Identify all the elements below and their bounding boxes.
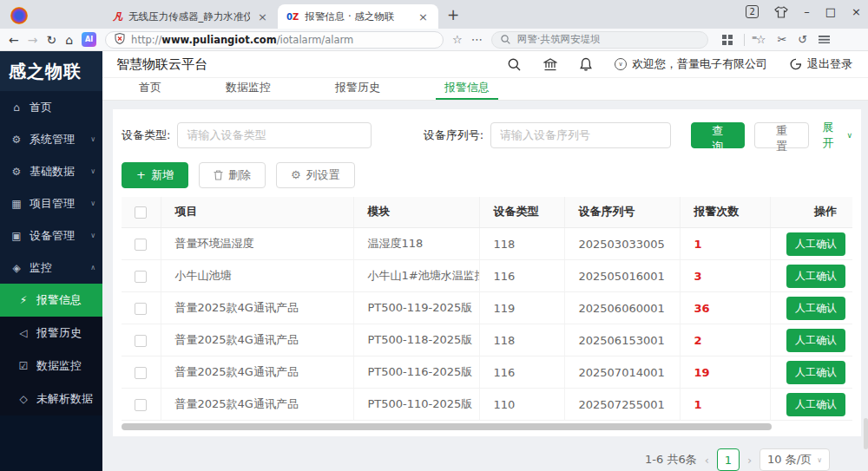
search-button[interactable]: 查 询 (691, 122, 745, 148)
logout-button[interactable]: 退出登录 (790, 56, 852, 72)
downloads-badge[interactable]: 2 (746, 5, 759, 18)
apps-grid-icon[interactable] (722, 35, 733, 45)
page-size-select[interactable]: 10 条/页 ∨ (760, 448, 830, 471)
vertical-scrollbar-thumb[interactable] (864, 418, 868, 449)
speaker-icon: ◁ (17, 327, 30, 339)
col-alarm-count: 报警次数 (680, 197, 770, 228)
gear-icon: ⚙ (10, 166, 23, 178)
browser-home-icon[interactable]: ⌂ (65, 34, 73, 46)
select-all-checkbox[interactable] (135, 206, 147, 219)
cell-alarm-count: 1 (680, 228, 770, 260)
close-window-button[interactable]: × (852, 5, 861, 18)
screenshot-scissors-icon[interactable]: ✂ (777, 33, 786, 46)
sidebar-item-unparsed-data[interactable]: ◇ 未解析数据 (0, 383, 102, 415)
more-options-icon[interactable]: ⋯ (471, 33, 483, 46)
manual-confirm-button[interactable]: 人工确认 (786, 393, 845, 416)
history-undo-icon[interactable]: ↺ (798, 33, 807, 46)
table-toolbar: + 新增 删除 ⚙ 列设置 (122, 162, 852, 188)
tab1-close-icon[interactable]: × (256, 10, 269, 23)
row-checkbox[interactable] (135, 271, 147, 283)
cell-alarm-count: 2 (680, 324, 770, 357)
site-security-shield-icon[interactable] (115, 33, 125, 47)
serial-label: 设备序列号: (424, 128, 483, 143)
cell-serial: 202506153001 (564, 324, 680, 357)
sidebar-item-device-mgmt[interactable]: ▣ 设备管理 ∨ (0, 219, 102, 252)
cell-device-type: 119 (479, 292, 564, 324)
bookmark-star-icon[interactable]: ☆ (452, 33, 463, 46)
sidebar-item-base-data[interactable]: ⚙ 基础数据 ∨ (0, 155, 102, 187)
browser-tab-2-active[interactable]: 0Z 报警信息 · 感之物联 × (278, 4, 438, 29)
serial-input[interactable] (490, 122, 671, 148)
delete-button[interactable]: 删除 (199, 162, 266, 188)
browser-logo-icon[interactable] (10, 7, 28, 24)
device-frame-icon: ▣ (10, 230, 23, 242)
column-settings-button[interactable]: ⚙ 列设置 (276, 162, 355, 188)
sidebar-item-data-monitoring[interactable]: ☑ 数据监控 (0, 350, 102, 383)
browser-search-placeholder: 网警·共筑网安堤坝 (517, 33, 601, 46)
bell-icon[interactable] (580, 57, 592, 71)
row-checkbox[interactable] (135, 303, 147, 315)
next-page-icon[interactable]: › (747, 454, 752, 467)
sidebar-item-alarm-info[interactable]: ⚡ 报警信息 (0, 284, 102, 317)
forward-icon[interactable]: → (28, 34, 38, 46)
favorites-list-icon[interactable]: ≡☆ (756, 33, 766, 46)
col-project: 项目 (161, 197, 353, 228)
sidebar-item-home[interactable]: ⌂ 首页 (0, 91, 102, 123)
row-checkbox[interactable] (135, 367, 147, 379)
menu-hamburger-icon[interactable] (819, 36, 830, 43)
address-bar[interactable]: http://www.puliangiot.com/iotalarm/alarm (105, 31, 444, 49)
col-actions: 操作 (770, 197, 852, 228)
manual-confirm-button[interactable]: 人工确认 (786, 329, 845, 352)
header-search-icon[interactable] (508, 58, 521, 71)
sidebar-item-monitoring[interactable]: ◈ 监控 ∧ (0, 252, 102, 284)
browser-tab-1[interactable]: 凡 无线压力传感器_静力水准仪_ × (104, 4, 278, 29)
add-button[interactable]: + 新增 (122, 162, 188, 188)
tab-alarm-history[interactable]: 报警历史 (326, 78, 389, 99)
page-number-button[interactable]: 1 (717, 448, 740, 471)
theme-shirt-icon[interactable] (774, 6, 788, 18)
table-row: 普量2025款4G通讯产品 PT500-119-2025版 119 202506… (122, 292, 852, 324)
table-row: 普量环境温湿度 温湿度118 118 202503033005 1 人工确认 (122, 228, 852, 260)
device-type-input[interactable] (177, 122, 371, 148)
sidebar-item-alarm-history[interactable]: ◁ 报警历史 (0, 317, 102, 350)
cell-module: 温湿度118 (353, 228, 479, 260)
lightning-icon: ⚡ (17, 294, 30, 306)
manual-confirm-button[interactable]: 人工确认 (786, 232, 845, 256)
welcome-user[interactable]: ∨ 欢迎您，普量电子有限公司 (615, 56, 767, 72)
cell-alarm-count: 19 (680, 357, 770, 389)
reload-icon[interactable]: ↻ (46, 34, 56, 46)
browser-tab-strip: 凡 无线压力传感器_静力水准仪_ × 0Z 报警信息 · 感之物联 × + 2 … (0, 0, 868, 29)
app-shell: 感之物联 ⌂ 首页 ⚙ 系统管理 ∨ ⚙ 基础数据 ∨ ▦ 项目管理 ∨ ▣ (0, 51, 868, 471)
cell-project: 普量2025款4G通讯产品 (161, 292, 353, 324)
new-tab-button[interactable]: + (447, 6, 459, 23)
scrollbar-thumb[interactable] (122, 423, 772, 430)
reset-button[interactable]: 重 置 (754, 122, 808, 148)
sidebar-item-system-mgmt[interactable]: ⚙ 系统管理 ∨ (0, 123, 102, 155)
minimize-button[interactable]: – (804, 5, 810, 18)
row-checkbox[interactable] (135, 335, 147, 347)
bank-building-icon[interactable] (543, 58, 557, 71)
back-icon[interactable]: ← (9, 34, 19, 46)
browser-search-box[interactable]: 网警·共筑网安堤坝 (491, 31, 708, 49)
cell-device-type: 116 (479, 357, 564, 389)
tab2-close-icon[interactable]: × (417, 10, 430, 23)
plus-icon: + (136, 168, 146, 181)
ai-assistant-icon[interactable]: AI (82, 32, 96, 47)
maximize-button[interactable]: □ (825, 5, 836, 18)
tab-home[interactable]: 首页 (130, 78, 170, 99)
row-checkbox[interactable] (135, 239, 147, 251)
manual-confirm-button[interactable]: 人工确认 (786, 361, 845, 384)
horizontal-scrollbar[interactable] (122, 423, 852, 431)
chevron-down-icon: ∨ (90, 232, 95, 239)
sidebar-item-project-mgmt[interactable]: ▦ 项目管理 ∨ (0, 187, 102, 219)
prev-page-icon[interactable]: ‹ (705, 454, 709, 467)
device-type-label: 设备类型: (122, 128, 170, 143)
expand-filters-link[interactable]: 展开 ∨ (823, 120, 852, 151)
account-circle-icon: ∨ (615, 58, 627, 70)
tab-data-monitoring[interactable]: 数据监控 (217, 78, 279, 99)
manual-confirm-button[interactable]: 人工确认 (786, 297, 845, 320)
tab-alarm-info[interactable]: 报警信息 (436, 78, 498, 99)
manual-confirm-button[interactable]: 人工确认 (786, 265, 845, 288)
chevron-down-icon: ∨ (846, 131, 852, 140)
row-checkbox[interactable] (135, 399, 147, 411)
